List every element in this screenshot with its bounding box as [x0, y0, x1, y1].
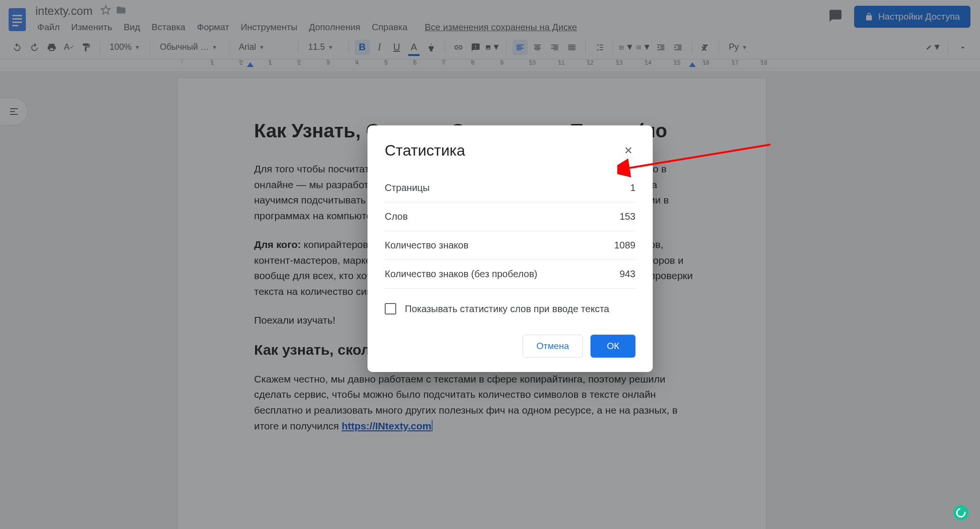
stat-row-chars-no-spaces: Количество знаков (без пробелов) 943	[385, 260, 635, 289]
checkbox-icon[interactable]	[385, 303, 396, 315]
cancel-button[interactable]: Отмена	[523, 335, 583, 358]
show-word-count-checkbox[interactable]: Показывать статистику слов при вводе тек…	[385, 303, 635, 315]
grammarly-badge[interactable]	[953, 505, 969, 520]
ok-button[interactable]: ОК	[590, 335, 635, 358]
stat-row-pages: Страницы 1	[385, 174, 635, 203]
close-icon[interactable]: ✕	[621, 143, 635, 159]
statistics-dialog: Статистика ✕ Страницы 1 Слов 153 Количес…	[368, 125, 653, 372]
stat-row-chars: Количество знаков 1089	[385, 231, 635, 260]
stat-row-words: Слов 153	[385, 203, 635, 231]
dialog-title: Статистика	[385, 142, 465, 159]
